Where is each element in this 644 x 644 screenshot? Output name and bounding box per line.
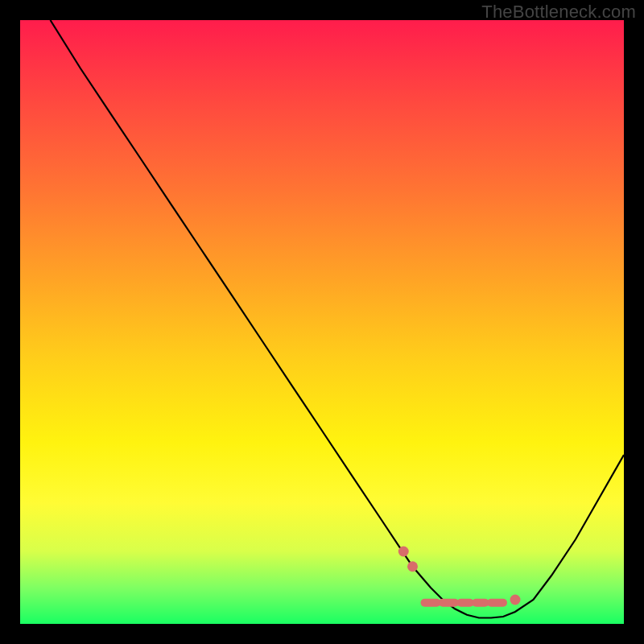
floor-marker-dot [398, 547, 409, 557]
plot-area [20, 20, 624, 624]
bottleneck-curve [51, 20, 625, 618]
floor-marker-dot [407, 561, 418, 572]
floor-marker-dot [510, 595, 521, 605]
chart-stage: TheBottleneck.com [0, 0, 644, 644]
marker-group [398, 547, 521, 605]
chart-svg [20, 20, 624, 624]
